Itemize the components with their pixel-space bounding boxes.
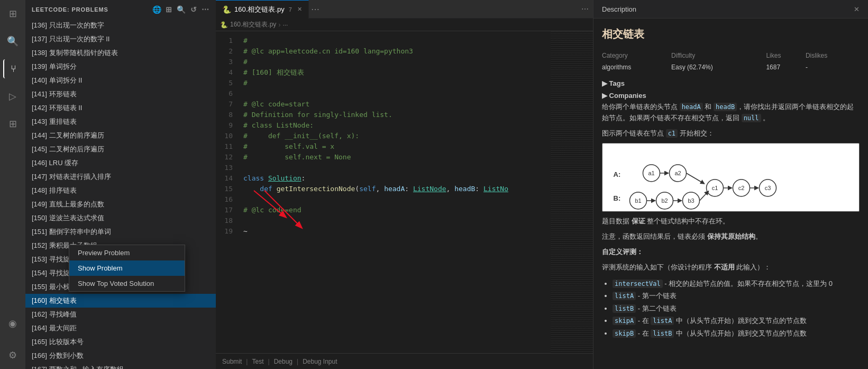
git-icon[interactable]: ⑂ <box>3 59 22 78</box>
svg-text:b2: b2 <box>661 197 668 204</box>
eval-item-2: listB - 第二个链表 <box>613 302 860 315</box>
sidebar-item-139[interactable]: [139] 单词拆分 <box>25 60 216 74</box>
tags-section[interactable]: ▶ Tags <box>602 79 860 87</box>
sidebar-item-145[interactable]: [145] 二叉树的后序遍历 <box>25 142 216 156</box>
account-icon[interactable]: ◉ <box>3 314 22 333</box>
sidebar-item-160[interactable]: [160] 相交链表 <box>25 294 216 308</box>
sidebar-item-147[interactable]: [147] 对链表进行插入排序 <box>25 170 216 184</box>
dislikes-header: Dislikes <box>806 50 860 61</box>
sidebar-item-146[interactable]: [146] LRU 缓存 <box>25 156 216 170</box>
desc-close-icon[interactable]: ✕ <box>854 5 860 13</box>
desc-header: Description ✕ <box>593 0 868 19</box>
sidebar-list: [136] 只出现一次的数字[137] 只出现一次的数字 II[138] 复制带… <box>25 19 216 369</box>
sidebar-item-136[interactable]: [136] 只出现一次的数字 <box>25 19 216 32</box>
sidebar-item-137[interactable]: [137] 只出现一次的数字 II <box>25 32 216 46</box>
desc-guarantee: 题目数据 保证 整个链式结构中不存在环。 <box>602 216 860 227</box>
meta-table: Category Difficulty Likes Dislikes algor… <box>602 50 860 73</box>
category-header: Category <box>602 50 671 61</box>
sidebar-item-138[interactable]: [138] 复制带随机指针的链表 <box>25 46 216 60</box>
category-value: algorithms <box>602 61 671 73</box>
sidebar-search-icon[interactable]: 🔍 <box>177 5 186 14</box>
minimap <box>551 31 593 353</box>
sidebar-header-icons: 🌐 ⊞ 🔍 ↺ ⋯ <box>152 5 209 14</box>
tab-more-icon[interactable]: ⋯ <box>311 4 319 14</box>
breadcrumb-python-icon: 🐍 <box>220 21 228 29</box>
code-editor[interactable]: # # @lc app=leetcode.cn id=160 lang=pyth… <box>237 31 551 353</box>
debug-button[interactable]: Debug <box>274 358 293 365</box>
sidebar-item-149[interactable]: [149] 直线上最多的点数 <box>25 197 216 211</box>
editor-action-bar: Submit | Test | Debug | Debug Input <box>216 353 593 369</box>
sidebar: LEETCODE: PROBLEMS 🌐 ⊞ 🔍 ↺ ⋯ [136] 只出现一次… <box>25 0 216 369</box>
dislikes-value: - <box>806 61 860 73</box>
sidebar-item-165[interactable]: [165] 比较版本号 <box>25 335 216 349</box>
settings-icon[interactable]: ⚙ <box>3 346 22 365</box>
desc-eval-desc: 评测系统的输入如下（你设计的程序 不适用 此输入）： <box>602 262 860 273</box>
problem-title: 相交链表 <box>602 27 860 41</box>
sidebar-item-148[interactable]: [148] 排序链表 <box>25 184 216 197</box>
context-menu-show-problem[interactable]: Show Problem <box>69 260 185 276</box>
debug-icon[interactable]: ▷ <box>3 87 22 106</box>
editor-content: 12345 678910 1112131415 16171819 # # @lc… <box>216 31 593 353</box>
sidebar-item-140[interactable]: [140] 单词拆分 II <box>25 74 216 87</box>
sidebar-item-164[interactable]: [164] 最大间距 <box>25 321 216 335</box>
context-menu-top-voted[interactable]: Show Top Voted Solution <box>69 276 185 291</box>
sidebar-item-162[interactable]: [162] 寻找峰值 <box>25 308 216 321</box>
test-button[interactable]: Test <box>252 358 263 365</box>
desc-content: 相交链表 Category Difficulty Likes Dislikes … <box>593 19 868 369</box>
search-icon[interactable]: 🔍 <box>3 32 22 51</box>
companies-section[interactable]: ▶ Companies <box>602 92 860 100</box>
sidebar-item-141[interactable]: [141] 环形链表 <box>25 87 216 101</box>
svg-text:c3: c3 <box>765 185 771 191</box>
editor-area: 🐍 160.相交链表.py 7 ✕ ⋯ ⋯ 🐍 160.相交链表.py › ··… <box>216 0 593 369</box>
breadcrumb-filename: 160.相交链表.py <box>230 20 276 29</box>
desc-note: 注意，函数返回结果后，链表必须 保持其原始结构。 <box>602 231 860 242</box>
tab-close-icon[interactable]: ✕ <box>297 6 302 13</box>
sidebar-grid-icon[interactable]: ⊞ <box>166 5 172 14</box>
context-menu: Preview Problem Show Problem Show Top Vo… <box>69 245 185 292</box>
sidebar-item-144[interactable]: [144] 二叉树的前序遍历 <box>25 129 216 142</box>
line-numbers: 12345 678910 1112131415 16171819 <box>216 31 237 353</box>
sidebar-item-142[interactable]: [142] 环形链表 II <box>25 101 216 115</box>
explorer-icon[interactable]: ⊞ <box>3 4 22 23</box>
desc-eval-list: intersectVal - 相交的起始节点的值。如果不存在相交节点，这里为 0… <box>602 277 860 340</box>
debug-input-button[interactable]: Debug Input <box>303 358 337 365</box>
difficulty-header: Difficulty <box>671 50 766 61</box>
description-panel: Description ✕ 相交链表 Category Difficulty L… <box>593 0 868 369</box>
svg-text:b3: b3 <box>688 197 694 204</box>
desc-text-2: 图示两个链表在节点 c1 开始相交： <box>602 128 860 139</box>
companies-label: ▶ Companies <box>602 92 646 100</box>
svg-text:a1: a1 <box>648 170 654 176</box>
sidebar-item-167[interactable]: [167] 两数之和 - 输入有序数组 <box>25 363 216 369</box>
breadcrumb-sep: › <box>278 21 280 29</box>
tags-label: ▶ Tags <box>602 79 625 87</box>
extensions-icon[interactable]: ⊞ <box>3 114 22 133</box>
editor-breadcrumb: 🐍 160.相交链表.py › ··· <box>216 19 593 31</box>
context-menu-preview[interactable]: Preview Problem <box>69 245 185 260</box>
tab-number: 7 <box>289 6 292 13</box>
sidebar-globe-icon[interactable]: 🌐 <box>152 5 162 14</box>
editor-more-icon[interactable]: ⋯ <box>581 5 593 13</box>
svg-text:c2: c2 <box>738 185 745 191</box>
sidebar-more-icon[interactable]: ⋯ <box>202 5 209 14</box>
svg-text:B:: B: <box>614 194 621 202</box>
active-tab[interactable]: 🐍 160.相交链表.py 7 ✕ <box>216 0 309 19</box>
tab-label: 160.相交链表.py <box>234 5 285 14</box>
svg-text:A:: A: <box>614 170 621 178</box>
eval-item-1: listA - 第一个链表 <box>613 290 860 302</box>
diagram-svg: A: B: a1 a2 c1 <box>607 148 855 217</box>
sidebar-refresh-icon[interactable]: ↺ <box>190 5 197 14</box>
sidebar-item-151[interactable]: [151] 翻倒字符串中的单词 <box>25 225 216 239</box>
activity-bar: ⊞ 🔍 ⑂ ▷ ⊞ ◉ ⚙ <box>0 0 25 369</box>
likes-header: Likes <box>766 50 806 61</box>
minimap-content <box>551 31 593 353</box>
sidebar-item-166[interactable]: [166] 分数到小数 <box>25 349 216 363</box>
sidebar-item-143[interactable]: [143] 重排链表 <box>25 115 216 129</box>
eval-item-0: intersectVal - 相交的起始节点的值。如果不存在相交节点，这里为 0 <box>613 277 860 290</box>
desc-header-title: Description <box>602 5 636 13</box>
svg-text:b1: b1 <box>635 197 641 204</box>
svg-line-7 <box>687 173 705 184</box>
submit-button[interactable]: Submit <box>222 358 242 365</box>
python-icon: 🐍 <box>222 5 231 14</box>
svg-line-24 <box>700 191 709 201</box>
sidebar-item-150[interactable]: [150] 逆波兰表达式求值 <box>25 211 216 225</box>
